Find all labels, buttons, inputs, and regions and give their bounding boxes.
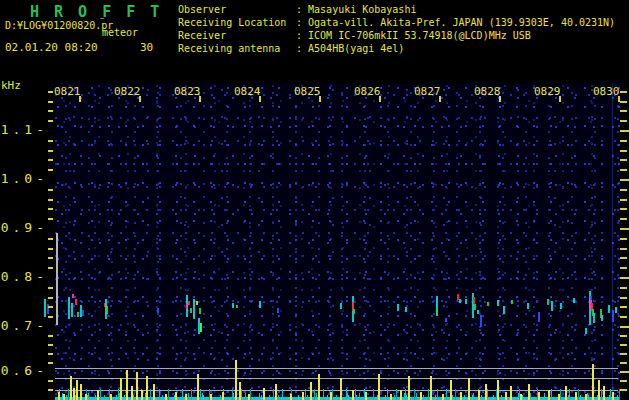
meteor-echo — [353, 309, 355, 314]
meteor-echo — [188, 301, 190, 305]
amplitude-spike — [520, 394, 522, 400]
right-edge-tick — [620, 371, 629, 373]
amplitude-spike — [302, 392, 304, 400]
meteor-echo — [68, 297, 70, 319]
amplitude-spike — [408, 376, 410, 400]
freq-label: 1.1- — [0, 123, 48, 136]
right-edge-tick — [620, 91, 627, 93]
freq-minor-tick — [48, 150, 53, 152]
right-edge-tick — [620, 130, 629, 132]
amplitude-spike — [263, 388, 265, 400]
freq-minor-tick — [48, 238, 53, 240]
amplitude-spike — [592, 364, 594, 400]
amplitude-spike — [575, 392, 577, 400]
right-edge-tick — [620, 287, 627, 289]
right-edge-tick — [620, 353, 627, 355]
right-edge-tick — [620, 208, 627, 210]
meteor-echo — [497, 300, 499, 306]
freq-minor-tick — [48, 199, 53, 201]
right-edge-tick — [620, 277, 629, 279]
record-datetime: 02.01.20 08:20 — [5, 41, 98, 54]
meteor-echo — [196, 301, 198, 305]
right-edge-tick — [620, 344, 627, 346]
amplitude-spike — [131, 386, 133, 400]
amplitude-spike — [136, 372, 138, 400]
time-tick — [199, 96, 201, 102]
amplitude-spike — [175, 392, 177, 400]
info-value: Masayuki Kobayashi — [308, 4, 416, 15]
amplitude-spike — [442, 394, 444, 400]
meteor-echo — [487, 302, 489, 306]
amplitude-spike — [603, 386, 605, 400]
right-edge-tick — [620, 326, 629, 328]
freq-minor-tick — [48, 297, 53, 299]
meteor-echo — [405, 307, 407, 312]
amplitude-spike — [510, 386, 512, 400]
time-tick — [79, 96, 81, 102]
freq-minor-tick — [48, 335, 53, 337]
right-edge-tick — [620, 120, 627, 122]
amplitude-strip — [55, 386, 620, 400]
spectrogram-noise-field — [55, 84, 620, 400]
meteor-echo — [538, 312, 540, 322]
amplitude-spike — [165, 394, 167, 400]
right-edge-tick — [620, 267, 627, 269]
time-label: 0824 — [234, 85, 261, 98]
info-label: Observer — [178, 4, 296, 15]
amplitude-spike — [120, 378, 122, 400]
meteor-echo — [612, 310, 614, 322]
freq-minor-tick — [48, 287, 53, 289]
freq-minor-tick — [48, 248, 53, 250]
amplitude-spike — [290, 394, 292, 400]
info-row-receiver: Receiver: ICOM IC-706mkII 53.74918(@LCD)… — [178, 30, 531, 41]
meteor-echo — [157, 308, 159, 313]
right-edge-tick — [620, 159, 627, 161]
freq-minor-tick — [48, 306, 53, 308]
meteor-echo — [573, 298, 575, 303]
time-tick — [559, 96, 561, 102]
right-edge-tick — [620, 257, 627, 259]
freq-minor-tick — [48, 169, 53, 171]
meteor-echo — [200, 323, 202, 332]
time-tick — [499, 96, 501, 102]
amplitude-spike — [185, 394, 187, 400]
amplitude-spike — [85, 394, 87, 400]
freq-minor-tick — [48, 389, 53, 391]
right-edge-tick — [620, 335, 627, 337]
info-value: A504HB(yagi 4el) — [308, 43, 404, 54]
amplitude-spike — [239, 382, 241, 400]
meteor-echo — [72, 294, 74, 298]
amplitude-spike — [141, 390, 143, 400]
amplitude-spike — [548, 390, 550, 400]
time-label: 0822 — [114, 85, 141, 98]
info-row-observer: Observer: Masayuki Kobayashi — [178, 4, 416, 15]
right-edge-tick — [620, 140, 627, 142]
meteor-echo — [601, 315, 603, 321]
right-edge-tick — [620, 389, 627, 391]
info-label: Receiving Location — [178, 17, 296, 28]
amplitude-spike — [97, 390, 99, 400]
time-tick — [379, 96, 381, 102]
time-tick — [319, 96, 321, 102]
time-label: 0829 — [534, 85, 561, 98]
amplitude-spike — [378, 374, 380, 400]
right-edge-tick — [620, 362, 627, 364]
meteor-echo — [547, 299, 549, 305]
meteor-echo — [459, 299, 461, 303]
freq-minor-tick — [48, 189, 53, 191]
amplitude-spike — [58, 392, 60, 400]
amplitude-spike — [63, 394, 65, 400]
amplitude-spike — [110, 394, 112, 400]
meteor-echo — [193, 299, 195, 319]
amplitude-spike — [352, 390, 354, 400]
meteor-echo — [71, 303, 73, 317]
freq-minor-tick — [48, 267, 53, 269]
info-row-antenna: Receiving antenna: A504HB(yagi 4el) — [178, 43, 404, 54]
freq-minor-tick — [48, 208, 53, 210]
freq-label: 0.7- — [0, 319, 48, 332]
freq-minor-tick — [48, 316, 53, 318]
meteor-echo — [593, 313, 595, 323]
freq-axis-unit: kHz — [1, 79, 21, 92]
meteor-echo — [236, 305, 238, 308]
amplitude-spike — [76, 380, 78, 400]
